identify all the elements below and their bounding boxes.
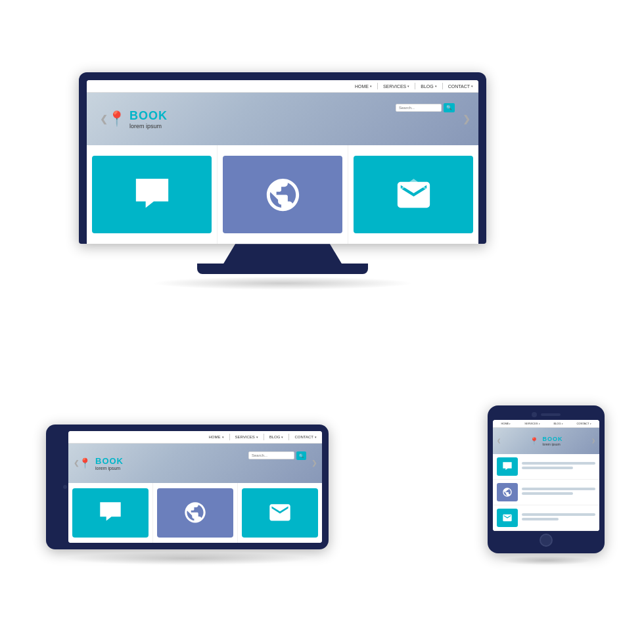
nav-blog[interactable]: BLOG ▾ [421, 84, 436, 89]
hero-next-arrow[interactable]: ❯ [463, 114, 471, 124]
book-title: BOOK [129, 109, 168, 123]
tablet-hero-next[interactable]: ❯ [311, 459, 317, 467]
phone-hero-brand: 📍 BOOK lorem ipsum [530, 436, 563, 446]
phone-hero: ❮ 📍 BOOK lorem ipsum ❯ [493, 428, 599, 454]
tablet-nav-blog[interactable]: BLOG ▾ [269, 435, 284, 439]
icon-box-mail[interactable] [348, 145, 478, 244]
tablet-icon-box-globe[interactable] [153, 483, 238, 543]
phone-shadow [500, 556, 592, 565]
tablet-search-button[interactable]: 🔍 [296, 451, 306, 460]
tablet-body: HOME ▾ SERVICES ▾ BLOG ▾ CONT [46, 425, 329, 549]
phone-globe-text [522, 488, 595, 497]
tablet-nav-div1 [229, 434, 230, 440]
phone-nav: HOME ▾ SERVICES ▾ BLOG ▾ CONTACT ▾ [493, 420, 599, 428]
tablet-globe-icon [176, 500, 214, 525]
tablet-book-subtitle: lorem ipsum [95, 466, 124, 471]
tablet-search-area: 🔍 [248, 451, 306, 460]
phone-blog-arrow: ▾ [562, 423, 563, 425]
tablet-device: HOME ▾ SERVICES ▾ BLOG ▾ CONT [46, 425, 329, 565]
tablet-nav-div2 [264, 434, 264, 440]
tablet-nav-home[interactable]: HOME ▾ [209, 435, 224, 439]
phone-home-arrow: ▾ [509, 423, 511, 425]
phone-text-line-4 [522, 492, 573, 495]
services-arrow: ▾ [407, 84, 409, 88]
tablet-icon-box-mail[interactable] [238, 483, 322, 543]
phone-screen: HOME ▾ SERVICES ▾ BLOG ▾ CONTACT ▾ [493, 420, 599, 531]
tablet-search-input[interactable] [248, 451, 294, 459]
phone-book-subtitle: lorem ipsum [543, 442, 563, 446]
phone-list [493, 454, 599, 531]
phone-hero-prev[interactable]: ❮ [497, 438, 501, 444]
phone-nav-contact[interactable]: CONTACT ▾ [576, 422, 591, 425]
phone-home-button[interactable] [540, 534, 553, 547]
hero-prev-arrow[interactable]: ❮ [100, 114, 108, 124]
tablet-home-btn[interactable] [63, 485, 67, 489]
nav-home[interactable]: HOME ▾ [355, 84, 372, 89]
phone-mail-box [497, 509, 518, 527]
chat-icon [122, 175, 182, 214]
nav-divider-1 [377, 83, 378, 89]
phone-nav-home[interactable]: HOME ▾ [501, 422, 511, 425]
icon-box-chat[interactable] [87, 145, 218, 244]
home-arrow: ▾ [370, 84, 372, 88]
phone-text-line-2 [522, 467, 573, 469]
desktop-shadow [151, 277, 414, 290]
blog-arrow: ▾ [435, 84, 437, 88]
phone-device: HOME ▾ SERVICES ▾ BLOG ▾ CONTACT ▾ [488, 405, 605, 565]
phone-camera [532, 412, 537, 417]
tablet-contact-arrow: ▾ [315, 435, 317, 439]
tablet-globe-card [157, 488, 233, 538]
phone-chat-icon [502, 461, 513, 472]
desktop-icons-row [87, 145, 478, 244]
phone-hero-text: BOOK lorem ipsum [543, 436, 563, 446]
tablet-hero-brand: 📍 BOOK lorem ipsum [79, 456, 124, 471]
tablet-shadow [62, 552, 312, 565]
search-input[interactable] [396, 104, 442, 112]
phone-text-line-3 [522, 488, 595, 490]
phone-body: HOME ▾ SERVICES ▾ BLOG ▾ CONTACT ▾ [488, 405, 605, 553]
desktop-hero: ❮ 📍 BOOK lorem ipsum 🔍 ❯ [87, 93, 478, 145]
search-button[interactable]: 🔍 [444, 103, 455, 112]
tablet-chat-icon [91, 500, 129, 525]
phone-top-bar [493, 412, 599, 417]
phone-services-arrow: ▾ [539, 423, 540, 425]
tablet-nav-contact[interactable]: CONTACT ▾ [294, 435, 317, 439]
phone-text-line-5 [522, 513, 595, 516]
tablet-services-arrow: ▾ [256, 435, 258, 439]
phone-chat-text [522, 462, 595, 471]
phone-text-line-1 [522, 462, 595, 465]
phone-list-item-chat[interactable] [493, 454, 599, 480]
nav-contact[interactable]: CONTACT ▾ [448, 84, 473, 89]
phone-bottom-bar [493, 534, 599, 547]
phone-mail-text [522, 513, 595, 522]
hero-text: BOOK lorem ipsum [129, 109, 168, 129]
tablet-hero-prev[interactable]: ❮ [74, 459, 79, 467]
globe-card [223, 156, 342, 233]
phone-list-item-globe[interactable] [493, 480, 599, 505]
phone-hero-next[interactable]: ❯ [591, 438, 595, 444]
chat-card [92, 156, 212, 233]
scene: HOME ▾ SERVICES ▾ BLOG ▾ CONT [26, 39, 618, 605]
phone-globe-box [497, 483, 518, 501]
tablet-mail-icon [261, 500, 299, 525]
tablet-home-arrow: ▾ [222, 435, 224, 439]
phone-nav-blog[interactable]: BLOG ▾ [553, 422, 563, 425]
tablet-icons-row [68, 483, 322, 543]
tablet-icon-box-chat[interactable] [68, 483, 153, 543]
phone-list-item-mail[interactable] [493, 505, 599, 531]
tablet-mail-card [242, 488, 318, 538]
tablet-nav-services[interactable]: SERVICES ▾ [235, 435, 258, 439]
icon-box-globe[interactable] [218, 145, 348, 244]
globe-icon [253, 175, 313, 214]
tablet-book-title: BOOK [95, 456, 124, 466]
tablet-home-btn-area [62, 485, 68, 489]
phone-speaker [541, 413, 561, 416]
nav-services[interactable]: SERVICES ▾ [383, 84, 409, 89]
phone-nav-services[interactable]: SERVICES ▾ [524, 422, 540, 425]
tablet-pin-icon: 📍 [79, 458, 91, 468]
tablet-blog-arrow: ▾ [281, 435, 283, 439]
pin-icon: 📍 [108, 112, 126, 126]
hero-brand: 📍 BOOK lorem ipsum [108, 109, 168, 129]
tablet-nav-div3 [288, 434, 289, 440]
phone-book-title: BOOK [543, 436, 563, 442]
